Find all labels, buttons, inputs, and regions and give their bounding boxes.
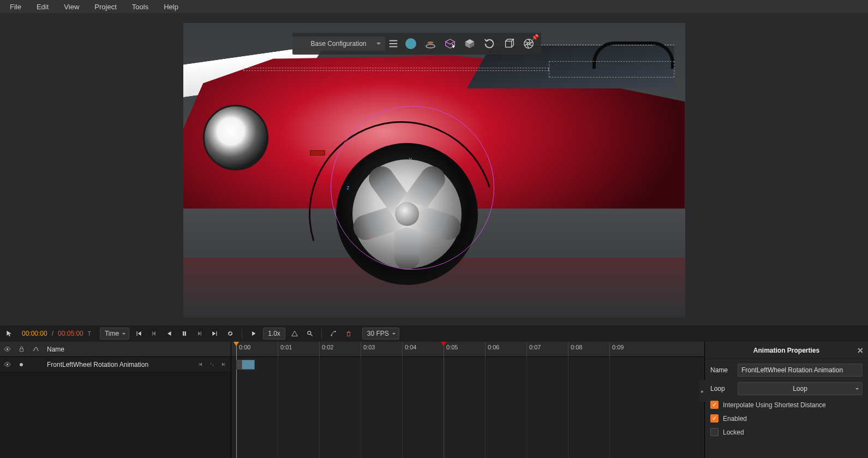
selection-dashed bbox=[243, 68, 549, 71]
track-name-header: Name bbox=[43, 346, 231, 353]
play-button[interactable] bbox=[248, 328, 260, 340]
rotation-gizmo[interactable] bbox=[331, 106, 494, 270]
track-list-header: Name bbox=[0, 342, 231, 357]
axis-z-label: z bbox=[347, 185, 350, 191]
ruler-tick[interactable]: 0:09 bbox=[609, 342, 624, 357]
prop-locked-checkbox[interactable] bbox=[710, 428, 719, 436]
curve-column-icon[interactable] bbox=[28, 346, 43, 353]
car-headlight bbox=[203, 105, 268, 170]
prop-loop-select[interactable]: Loop bbox=[738, 382, 863, 395]
svg-point-28 bbox=[6, 364, 8, 365]
clip-segment[interactable] bbox=[236, 360, 242, 370]
timeline[interactable]: 0:000:010:020:030:040:050:060:070:080:09 bbox=[231, 342, 704, 458]
main-area: z y x 📌 Base Configuration bbox=[0, 13, 868, 325]
fps-dropdown[interactable]: 30 FPS bbox=[362, 328, 399, 340]
svg-point-26 bbox=[6, 348, 8, 350]
car-side-marker bbox=[310, 150, 325, 156]
timecode-current: 00:00:00 bbox=[22, 330, 47, 337]
prev-key-button[interactable] bbox=[196, 360, 206, 370]
viewport-3d[interactable]: z y x 📌 Base Configuration bbox=[183, 23, 685, 318]
ruler-tick[interactable]: 0:08 bbox=[568, 342, 582, 357]
ruler-tick[interactable]: 0:03 bbox=[361, 342, 375, 357]
timecode-total: 00:05:00 bbox=[58, 330, 83, 337]
menu-file[interactable]: File bbox=[2, 1, 29, 13]
keyframe-add-icon[interactable] bbox=[289, 328, 301, 340]
prop-enabled-checkbox[interactable] bbox=[710, 414, 719, 423]
ruler-tick[interactable]: 0:07 bbox=[526, 342, 541, 357]
timecode-suffix: T bbox=[88, 331, 91, 337]
loop-button[interactable] bbox=[224, 328, 236, 340]
track-visibility-toggle[interactable] bbox=[0, 361, 14, 368]
close-icon[interactable]: ✕ bbox=[857, 346, 864, 355]
sphere-icon[interactable] bbox=[402, 34, 420, 53]
svg-marker-5 bbox=[445, 39, 454, 44]
speed-label: 1.0x bbox=[268, 330, 280, 337]
fps-label: 30 FPS bbox=[367, 330, 389, 337]
svg-point-4 bbox=[427, 41, 433, 44]
animation-properties-panel: ▸ Animation Properties ✕ Name Loop Loop bbox=[704, 342, 868, 458]
shaded-cube-icon[interactable] bbox=[460, 34, 479, 53]
track-list: Name FrontLeftWheel Rotation Animation bbox=[0, 342, 231, 458]
ruler-tick[interactable]: 0:04 bbox=[402, 342, 416, 357]
ruler-tick[interactable]: 0:01 bbox=[278, 342, 292, 357]
visibility-column-icon[interactable] bbox=[0, 346, 14, 353]
track-name: FrontLeftWheel Rotation Animation bbox=[43, 361, 196, 368]
step-back-button[interactable] bbox=[148, 328, 160, 340]
track-keyframe-dot[interactable] bbox=[14, 363, 28, 366]
svg-rect-23 bbox=[347, 332, 350, 336]
list-icon[interactable] bbox=[386, 34, 400, 53]
menu-project[interactable]: Project bbox=[87, 1, 124, 13]
goto-end-button[interactable] bbox=[209, 328, 221, 340]
lock-column-icon[interactable] bbox=[14, 346, 28, 353]
menu-view[interactable]: View bbox=[56, 1, 87, 13]
menu-edit[interactable]: Edit bbox=[29, 1, 56, 13]
pin-icon[interactable]: 📌 bbox=[531, 34, 539, 41]
menu-bar: File Edit View Project Tools Help bbox=[0, 0, 868, 13]
svg-point-3 bbox=[426, 44, 435, 47]
svg-rect-27 bbox=[20, 349, 23, 352]
search-key-icon[interactable] bbox=[304, 328, 316, 340]
svg-line-18 bbox=[524, 41, 530, 43]
time-mode-dropdown[interactable]: Time bbox=[100, 328, 129, 340]
speed-display[interactable]: 1.0x bbox=[263, 328, 285, 340]
timecode-sep: / bbox=[52, 330, 53, 337]
ruler-tick[interactable]: 0:02 bbox=[319, 342, 333, 357]
svg-rect-10 bbox=[505, 41, 511, 47]
transport-bar: 00:00:00 / 00:05:00 T Time 1.0x 30 FPS bbox=[0, 325, 868, 342]
animation-clip[interactable] bbox=[242, 360, 255, 370]
svg-line-15 bbox=[527, 44, 532, 46]
animation-panel: 00:00:00 / 00:05:00 T Time 1.0x 30 FPS bbox=[0, 325, 868, 458]
configuration-label: Base Configuration bbox=[310, 40, 366, 47]
axis-y-label: y bbox=[409, 156, 412, 162]
pick-cursor-icon[interactable] bbox=[3, 328, 15, 340]
timeline-ruler[interactable]: 0:000:010:020:030:040:050:060:070:080:09 bbox=[231, 342, 704, 357]
box-icon[interactable] bbox=[500, 34, 518, 53]
rotate-icon[interactable] bbox=[480, 34, 499, 53]
menu-tools[interactable]: Tools bbox=[124, 1, 156, 13]
prop-name-input[interactable] bbox=[738, 364, 863, 377]
link-toggle[interactable] bbox=[207, 360, 217, 370]
panel-title: Animation Properties bbox=[753, 347, 819, 354]
ruler-tick[interactable]: 0:06 bbox=[485, 342, 499, 357]
step-forward-button[interactable] bbox=[194, 328, 206, 340]
svg-point-19 bbox=[308, 331, 311, 335]
next-key-button[interactable] bbox=[218, 360, 228, 370]
prop-locked-label: Locked bbox=[723, 429, 744, 436]
delete-key-icon[interactable] bbox=[343, 328, 355, 340]
panel-collapse-handle[interactable]: ▸ bbox=[699, 380, 705, 402]
prop-interpolate-label: Interpolate Using Shortest Distance bbox=[723, 401, 826, 409]
pause-button[interactable] bbox=[178, 328, 190, 340]
track-row[interactable]: FrontLeftWheel Rotation Animation bbox=[0, 357, 231, 372]
turntable-icon[interactable] bbox=[421, 34, 440, 53]
goto-start-button[interactable] bbox=[133, 328, 145, 340]
prop-name-label: Name bbox=[710, 366, 733, 374]
configuration-dropdown[interactable]: Base Configuration bbox=[292, 37, 385, 51]
time-mode-label: Time bbox=[105, 330, 119, 337]
prop-interpolate-checkbox[interactable] bbox=[710, 401, 719, 409]
curve-tangent-icon[interactable] bbox=[327, 328, 339, 340]
menu-help[interactable]: Help bbox=[156, 1, 186, 13]
play-reverse-button[interactable] bbox=[163, 328, 175, 340]
prop-loop-value: Loop bbox=[793, 385, 807, 392]
timeline-clip-row bbox=[231, 357, 704, 372]
select-cube-icon[interactable] bbox=[441, 34, 459, 53]
